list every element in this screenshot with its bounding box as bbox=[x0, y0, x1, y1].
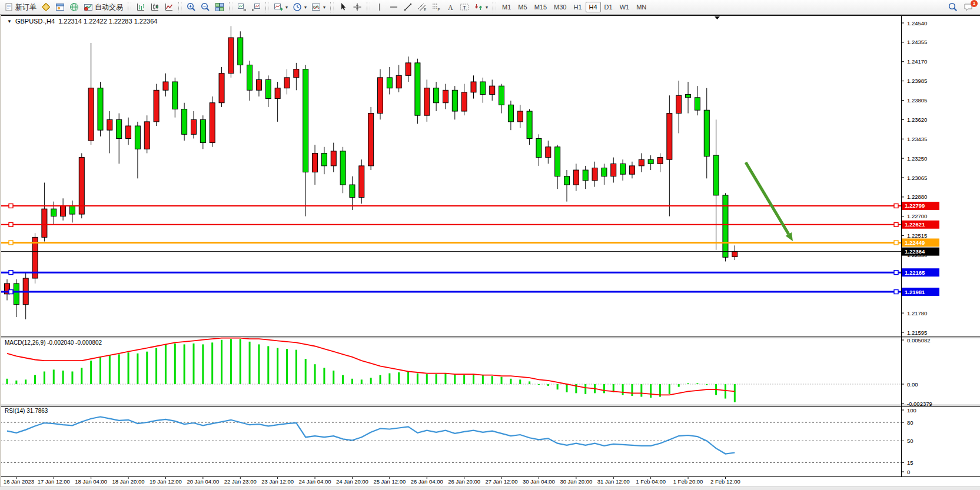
timeframe-button-mn[interactable]: MN bbox=[633, 2, 650, 12]
fibonacci-button[interactable]: F bbox=[429, 1, 443, 14]
line-handle[interactable] bbox=[894, 204, 898, 208]
candle-body-down bbox=[98, 88, 103, 130]
line-chart-button[interactable] bbox=[162, 1, 176, 14]
profiles-button[interactable]: ▾ bbox=[290, 1, 309, 14]
notifications-button[interactable]: 1 bbox=[964, 2, 974, 12]
candle-body-down bbox=[265, 79, 271, 98]
new-order-button[interactable]: 新订单 bbox=[2, 1, 39, 14]
search-button[interactable] bbox=[946, 1, 960, 14]
trendline-button[interactable] bbox=[401, 1, 415, 14]
timeframe-button-m1[interactable]: M1 bbox=[499, 2, 514, 12]
candle-body-down bbox=[387, 78, 392, 88]
time-axis-label: 19 Jan 12:00 bbox=[150, 478, 182, 485]
zoom-out-button[interactable] bbox=[198, 1, 212, 14]
line-handle[interactable] bbox=[9, 271, 13, 275]
market-watch-button[interactable] bbox=[39, 1, 53, 14]
auto-arrange-button[interactable] bbox=[235, 1, 249, 14]
timeframe-button-d1[interactable]: D1 bbox=[601, 2, 616, 12]
macd-histogram-bar bbox=[388, 374, 390, 384]
candle-body-up bbox=[592, 168, 597, 180]
line-handle[interactable] bbox=[894, 241, 898, 245]
macd-histogram-bar bbox=[230, 339, 232, 384]
svg-text:1.22165: 1.22165 bbox=[905, 269, 925, 276]
candle-body-up bbox=[88, 88, 94, 141]
templates-button[interactable]: ▾ bbox=[309, 1, 328, 14]
macd-histogram-bar bbox=[267, 346, 269, 384]
line-handle[interactable] bbox=[9, 204, 13, 208]
arrows-icon bbox=[474, 2, 483, 12]
timeframe-button-m5[interactable]: M5 bbox=[514, 2, 530, 12]
autotrading-button[interactable]: 自动交易 bbox=[81, 1, 125, 14]
dropdown-caret-icon[interactable]: ▾ bbox=[304, 5, 307, 10]
text-button[interactable]: A bbox=[443, 1, 457, 14]
zoom-in-button[interactable] bbox=[184, 1, 198, 14]
crosshair-button[interactable] bbox=[350, 1, 364, 14]
cursor-button[interactable] bbox=[336, 1, 350, 14]
svg-text:1.22364: 1.22364 bbox=[905, 248, 925, 255]
svg-text:T: T bbox=[463, 5, 467, 11]
time-axis-label: 25 Jan 12:00 bbox=[373, 478, 406, 485]
candle-body-down bbox=[583, 170, 588, 181]
time-axis-label: 23 Jan 12:00 bbox=[261, 478, 294, 485]
time-axis-label: 30 Jan 20:00 bbox=[560, 478, 592, 485]
timeframe-button-h4[interactable]: H4 bbox=[586, 2, 601, 12]
candle-body-up bbox=[256, 79, 261, 90]
bar-chart-button[interactable] bbox=[134, 1, 148, 14]
candlestick-chart-button[interactable] bbox=[148, 1, 162, 14]
candle-body-up bbox=[313, 153, 318, 172]
line-handle[interactable] bbox=[9, 222, 13, 226]
macd-histogram-bar bbox=[687, 383, 689, 384]
candle-body-down bbox=[14, 284, 19, 305]
tile-windows-button[interactable] bbox=[212, 1, 227, 14]
new-chart-button[interactable]: ▾ bbox=[271, 1, 290, 14]
price-badge: 1.21981 bbox=[902, 288, 939, 296]
chart-symbol-period: GBPUSD-,H4 bbox=[15, 18, 55, 25]
toolbar-right-icons: 1 bbox=[946, 1, 980, 14]
timeframe-button-m30[interactable]: M30 bbox=[550, 2, 570, 12]
timeframe-button-h1[interactable]: H1 bbox=[570, 2, 585, 12]
navigator-button[interactable] bbox=[67, 1, 81, 14]
horizontal-line-button[interactable] bbox=[387, 1, 401, 14]
price-axis-label: 1.24170 bbox=[907, 58, 927, 65]
macd-histogram-bar bbox=[71, 371, 73, 384]
time-axis-label: 18 Jan 04:00 bbox=[75, 478, 107, 485]
macd-histogram-bar bbox=[566, 384, 568, 392]
arrows-button[interactable]: ▾ bbox=[471, 1, 490, 14]
line-handle[interactable] bbox=[894, 271, 898, 275]
line-handle[interactable] bbox=[9, 241, 13, 245]
macd-histogram-bar bbox=[491, 376, 493, 384]
chart-shift-button[interactable] bbox=[249, 1, 263, 14]
candle-body-up bbox=[144, 122, 150, 149]
timeframe-button-w1[interactable]: W1 bbox=[616, 2, 633, 12]
price-axis-label: 1.23250 bbox=[907, 155, 927, 162]
text-label-button[interactable]: T bbox=[457, 1, 471, 14]
toolbar-separator bbox=[178, 2, 182, 12]
button-label: 自动交易 bbox=[95, 2, 123, 12]
line-handle[interactable] bbox=[9, 290, 13, 294]
window-left-border bbox=[0, 15, 1, 490]
candle-body-down bbox=[117, 119, 122, 138]
price-axis-label: 1.22515 bbox=[907, 232, 927, 239]
time-axis-label: 20 Jan 04:00 bbox=[187, 478, 219, 485]
price-axis-label: 1.24355 bbox=[907, 39, 927, 45]
dropdown-caret-icon[interactable]: ▾ bbox=[486, 5, 488, 10]
price-badge: 1.22799 bbox=[902, 202, 939, 210]
dropdown-caret-icon[interactable]: ▾ bbox=[285, 5, 288, 10]
macd-histogram-bar bbox=[380, 375, 381, 384]
candle-body-up bbox=[228, 38, 234, 74]
macd-axis-label: 0.00 bbox=[907, 381, 918, 388]
macd-histogram-bar bbox=[370, 378, 372, 384]
data-window-button[interactable] bbox=[53, 1, 67, 14]
chart-expander-icon[interactable]: ▼ bbox=[7, 19, 12, 24]
macd-histogram-bar bbox=[529, 381, 530, 384]
line-handle[interactable] bbox=[894, 222, 898, 226]
equidistant-channel-button[interactable]: E bbox=[415, 1, 429, 14]
macd-histogram-bar bbox=[398, 372, 400, 384]
macd-histogram-bar bbox=[277, 348, 278, 384]
vertical-line-button[interactable] bbox=[373, 1, 387, 14]
navigator-icon bbox=[69, 2, 79, 12]
line-handle[interactable] bbox=[894, 290, 898, 294]
dropdown-caret-icon[interactable]: ▾ bbox=[323, 5, 325, 10]
timeframe-button-m15[interactable]: M15 bbox=[531, 2, 550, 12]
price-axis-label: 1.22880 bbox=[907, 194, 927, 200]
